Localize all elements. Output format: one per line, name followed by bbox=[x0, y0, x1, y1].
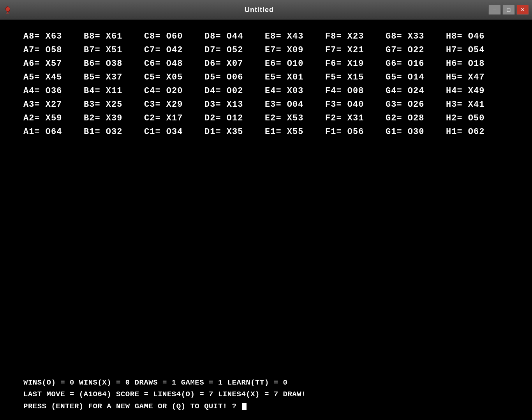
cell-5-7: H3= X41 bbox=[446, 100, 506, 109]
svg-rect-2 bbox=[6, 13, 9, 14]
cell-2-5: F6= X19 bbox=[325, 59, 386, 69]
cell-2-3: D6= X07 bbox=[204, 59, 265, 69]
cell-7-0: A1= O64 bbox=[23, 127, 84, 137]
cell-5-6: G3= O26 bbox=[386, 100, 446, 109]
cell-2-6: G6= O16 bbox=[386, 59, 446, 69]
cell-6-5: F2= X31 bbox=[325, 113, 386, 123]
cell-2-1: B6= O38 bbox=[84, 59, 144, 69]
cell-4-2: C4= O20 bbox=[144, 86, 204, 96]
window-controls: − □ ✕ bbox=[488, 5, 529, 15]
grid-row-0: A8= X63B8= X61C8= O60D8= O44E8= X43F8= X… bbox=[23, 32, 509, 41]
cell-3-5: F5= X15 bbox=[325, 72, 386, 82]
cell-2-0: A6= X57 bbox=[23, 59, 84, 69]
cell-1-3: D7= O52 bbox=[204, 45, 265, 55]
cell-7-3: D1= X35 bbox=[204, 127, 265, 137]
cell-4-4: E4= X03 bbox=[265, 86, 325, 96]
cell-7-7: H1= O62 bbox=[446, 127, 506, 137]
cell-2-7: H6= O18 bbox=[446, 59, 506, 69]
cell-1-0: A7= O58 bbox=[23, 45, 84, 55]
cell-0-0: A8= X63 bbox=[23, 32, 84, 41]
cell-6-7: H2= O50 bbox=[446, 113, 506, 123]
close-button[interactable]: ✕ bbox=[516, 5, 529, 15]
cell-1-7: H7= O54 bbox=[446, 45, 506, 55]
status-line-1: WINS(O) = 0 WINS(X) = 0 DRAWS = 1 GAMES … bbox=[23, 377, 509, 388]
cell-3-3: D5= O06 bbox=[204, 72, 265, 82]
cell-5-0: A3= X27 bbox=[23, 100, 84, 109]
cell-1-2: C7= O42 bbox=[144, 45, 204, 55]
cell-4-6: G4= O24 bbox=[386, 86, 446, 96]
cell-7-5: F1= O56 bbox=[325, 127, 386, 137]
restore-button[interactable]: □ bbox=[502, 5, 515, 15]
cell-1-4: E7= X09 bbox=[265, 45, 325, 55]
cell-3-4: E5= X01 bbox=[265, 72, 325, 82]
cell-7-2: C1= O34 bbox=[144, 127, 204, 137]
minimize-button[interactable]: − bbox=[488, 5, 501, 15]
cell-2-2: C6= O48 bbox=[144, 59, 204, 69]
cell-5-5: F3= O40 bbox=[325, 100, 386, 109]
cell-1-1: B7= X51 bbox=[84, 45, 144, 55]
grid-row-3: A5= X45B5= X37C5= X05D5= O06E5= X01F5= X… bbox=[23, 72, 509, 82]
cell-3-0: A5= X45 bbox=[23, 72, 84, 82]
status-line-2: LAST MOVE = (A1O64) SCORE = LINES4(O) = … bbox=[23, 388, 509, 400]
wine-icon bbox=[3, 5, 12, 14]
cell-6-0: A2= X59 bbox=[23, 113, 84, 123]
grid-row-6: A2= X59B2= X39C2= X17D2= O12E2= X53F2= X… bbox=[23, 113, 509, 123]
titlebar: Untitled − □ ✕ bbox=[0, 0, 532, 20]
cell-4-5: F4= O08 bbox=[325, 86, 386, 96]
cell-0-7: H8= O46 bbox=[446, 32, 506, 41]
cell-7-4: E1= X55 bbox=[265, 127, 325, 137]
cell-5-4: E3= O04 bbox=[265, 100, 325, 109]
main-content: A8= X63B8= X61C8= O60D8= O44E8= X43F8= X… bbox=[0, 20, 532, 420]
cell-3-6: G5= O14 bbox=[386, 72, 446, 82]
cell-3-1: B5= X37 bbox=[84, 72, 144, 82]
cell-1-6: G7= O22 bbox=[386, 45, 446, 55]
cell-4-7: H4= X49 bbox=[446, 86, 506, 96]
cell-3-7: H5= X47 bbox=[446, 72, 506, 82]
grid: A8= X63B8= X61C8= O60D8= O44E8= X43F8= X… bbox=[23, 32, 509, 369]
cell-6-3: D2= O12 bbox=[204, 113, 265, 123]
cell-5-1: B3= X25 bbox=[84, 100, 144, 109]
cell-0-2: C8= O60 bbox=[144, 32, 204, 41]
grid-row-7: A1= O64B1= O32C1= O34D1= X35E1= X55F1= O… bbox=[23, 127, 509, 137]
cell-6-4: E2= X53 bbox=[265, 113, 325, 123]
cell-0-3: D8= O44 bbox=[204, 32, 265, 41]
grid-row-1: A7= O58B7= X51C7= O42D7= O52E7= X09F7= X… bbox=[23, 45, 509, 55]
cell-4-0: A4= O36 bbox=[23, 86, 84, 96]
cursor bbox=[242, 403, 247, 410]
status-line-3: PRESS (ENTER) FOR A NEW GAME OR (Q) TO Q… bbox=[23, 401, 509, 412]
status-area: WINS(O) = 0 WINS(X) = 0 DRAWS = 1 GAMES … bbox=[23, 373, 509, 412]
cell-0-5: F8= X23 bbox=[325, 32, 386, 41]
cell-0-6: G8= X33 bbox=[386, 32, 446, 41]
cell-3-2: C5= X05 bbox=[144, 72, 204, 82]
grid-row-5: A3= X27B3= X25C3= X29D3= X13E3= O04F3= O… bbox=[23, 100, 509, 109]
titlebar-left bbox=[3, 5, 12, 14]
cell-7-1: B1= O32 bbox=[84, 127, 144, 137]
svg-marker-0 bbox=[5, 6, 10, 12]
window-title: Untitled bbox=[60, 6, 458, 14]
cell-5-2: C3= X29 bbox=[144, 100, 204, 109]
cell-4-1: B4= X11 bbox=[84, 86, 144, 96]
cell-4-3: D4= O02 bbox=[204, 86, 265, 96]
grid-row-2: A6= X57B6= O38C6= O48D6= X07E6= O10F6= X… bbox=[23, 59, 509, 69]
cell-6-2: C2= X17 bbox=[144, 113, 204, 123]
cell-0-4: E8= X43 bbox=[265, 32, 325, 41]
grid-row-4: A4= O36B4= X11C4= O20D4= O02E4= X03F4= O… bbox=[23, 86, 509, 96]
cell-2-4: E6= O10 bbox=[265, 59, 325, 69]
cell-0-1: B8= X61 bbox=[84, 32, 144, 41]
cell-6-6: G2= O28 bbox=[386, 113, 446, 123]
cell-6-1: B2= X39 bbox=[84, 113, 144, 123]
cell-7-6: G1= O30 bbox=[386, 127, 446, 137]
cell-1-5: F7= X21 bbox=[325, 45, 386, 55]
cell-5-3: D3= X13 bbox=[204, 100, 265, 109]
